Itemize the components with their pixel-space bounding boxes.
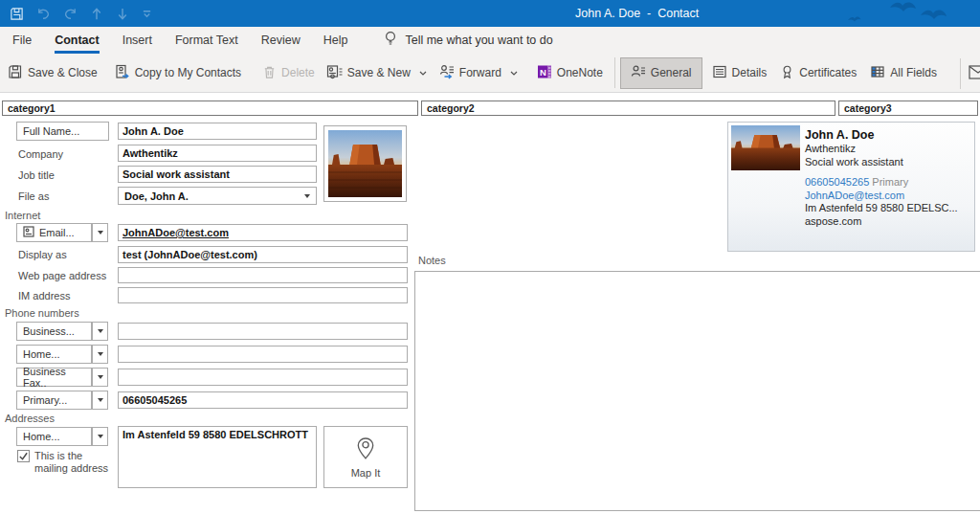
forward-button[interactable]: Forward: [439, 64, 518, 82]
onenote-label: OneNote: [557, 66, 603, 79]
all-fields-label: All Fields: [890, 66, 937, 79]
business-fax-button[interactable]: Business Fax..: [16, 368, 92, 387]
category-bar-1[interactable]: category1: [2, 101, 418, 116]
tell-me-box[interactable]: Tell me what you want to do: [384, 27, 552, 54]
tab-contact-label: Contact: [55, 34, 100, 47]
file-as-select[interactable]: Doe, John A.: [118, 187, 317, 205]
move-down-icon[interactable]: [116, 7, 129, 21]
save-and-new-dropdown-icon[interactable]: [419, 71, 427, 76]
general-label: General: [651, 66, 692, 79]
home-address-dropdown-button[interactable]: [92, 427, 108, 446]
email-button-label: Email...: [39, 227, 75, 238]
tab-contact[interactable]: Contact: [55, 27, 100, 54]
web-page-address-input[interactable]: [118, 267, 408, 283]
category-bar-2[interactable]: category2: [421, 101, 835, 116]
home-phone-dropdown-button[interactable]: [92, 345, 108, 364]
move-up-icon[interactable]: [90, 7, 103, 21]
tab-insert-label: Insert: [122, 34, 152, 47]
business-phone-input[interactable]: [118, 323, 408, 340]
email-icon[interactable]: [969, 65, 980, 83]
onenote-icon: N: [537, 64, 552, 82]
email-card-icon: [23, 226, 34, 239]
card-job-title: Social work assistant: [805, 156, 972, 169]
im-address-input[interactable]: [118, 287, 408, 303]
delete-icon: [262, 64, 277, 82]
general-button[interactable]: General: [620, 57, 702, 89]
address-textarea[interactable]: Im Astenfeld 59 8580 EDELSCHROTT: [118, 426, 317, 488]
display-as-label: Display as: [18, 249, 67, 260]
business-phone-button[interactable]: Business...: [16, 322, 92, 341]
business-phone-button-label: Business...: [23, 325, 75, 337]
tab-help[interactable]: Help: [323, 27, 348, 54]
email-dropdown-button[interactable]: [92, 223, 108, 242]
category3-label: category3: [844, 102, 892, 114]
details-icon: [712, 64, 727, 82]
ribbon: Save & Close Copy to My Contacts Delete …: [0, 54, 980, 93]
save-icon[interactable]: [10, 7, 24, 21]
company-input[interactable]: [118, 145, 317, 162]
home-phone-button-label: Home...: [23, 348, 60, 360]
window-title: John A. Doe - Contact: [575, 7, 699, 20]
primary-phone-button[interactable]: Primary...: [16, 391, 92, 410]
ribbon-tab-row: File Contact Insert Format Text Review H…: [0, 27, 980, 54]
onenote-button[interactable]: N OneNote: [537, 64, 603, 82]
details-button[interactable]: Details: [712, 64, 768, 82]
category-bar-3[interactable]: category3: [838, 101, 978, 116]
home-phone-button[interactable]: Home...: [16, 345, 92, 364]
business-phone-dropdown-icon: [98, 329, 103, 333]
tab-format-text-label: Format Text: [175, 34, 238, 47]
tab-file[interactable]: File: [12, 27, 32, 54]
mailing-address-label-line2: mailing address: [34, 462, 108, 474]
forward-label: Forward: [459, 66, 501, 79]
certificates-button[interactable]: Certificates: [780, 64, 857, 82]
display-as-input[interactable]: [118, 246, 408, 263]
all-fields-button[interactable]: All Fields: [870, 64, 937, 82]
full-name-input[interactable]: [118, 123, 317, 140]
home-phone-input[interactable]: [118, 346, 408, 363]
forward-dropdown-icon[interactable]: [510, 71, 518, 76]
business-phone-dropdown-button[interactable]: [92, 322, 108, 341]
tab-review-label: Review: [261, 34, 301, 47]
internet-section-header: Internet: [5, 210, 40, 221]
notes-textarea[interactable]: [414, 271, 980, 511]
business-card-photo: [731, 125, 800, 170]
business-fax-input[interactable]: [118, 369, 408, 386]
map-pin-icon: [355, 436, 376, 463]
full-name-button-label: Full Name...: [23, 125, 79, 137]
contact-window: John A. Doe - Contact File Contact Inser…: [0, 0, 980, 514]
customize-toolbar-icon[interactable]: [142, 9, 152, 19]
mailing-address-checkbox[interactable]: [17, 450, 30, 462]
save-close-icon: [8, 64, 23, 82]
map-it-button[interactable]: Map It: [323, 426, 408, 488]
business-card-preview[interactable]: John A. Doe Awthentikz Social work assis…: [727, 122, 975, 252]
category1-label: category1: [8, 102, 56, 114]
business-fax-dropdown-button[interactable]: [92, 368, 108, 387]
tab-review[interactable]: Review: [261, 27, 301, 54]
primary-phone-input[interactable]: [118, 391, 408, 409]
category2-label: category2: [427, 102, 475, 114]
birds-decoration-icon: [840, 0, 965, 27]
primary-phone-dropdown-button[interactable]: [92, 391, 108, 410]
redo-icon[interactable]: [63, 7, 78, 21]
ribbon-separator: [960, 58, 961, 89]
copy-to-my-contacts-label: Copy to My Contacts: [135, 66, 241, 79]
home-address-button[interactable]: Home...: [16, 427, 92, 446]
tab-format-text[interactable]: Format Text: [175, 27, 238, 54]
certificates-label: Certificates: [799, 66, 857, 79]
card-email: JohnADoe@test.com: [805, 190, 972, 203]
full-name-button[interactable]: Full Name...: [16, 122, 109, 141]
delete-button[interactable]: Delete: [262, 64, 315, 82]
copy-to-my-contacts-button[interactable]: Copy to My Contacts: [115, 64, 241, 82]
contact-photo[interactable]: [323, 125, 407, 202]
undo-icon[interactable]: [36, 7, 51, 21]
primary-phone-dropdown-icon: [98, 398, 103, 402]
email-button[interactable]: Email...: [16, 223, 92, 242]
file-as-label: File as: [18, 190, 49, 202]
save-and-new-button[interactable]: Save & New: [326, 64, 427, 82]
save-close-button[interactable]: Save & Close: [8, 64, 98, 82]
job-title-input[interactable]: [118, 166, 317, 183]
ribbon-separator: [614, 57, 615, 88]
tab-insert[interactable]: Insert: [122, 27, 152, 54]
email-input[interactable]: [118, 224, 408, 241]
phone-numbers-section-header: Phone numbers: [5, 307, 79, 319]
